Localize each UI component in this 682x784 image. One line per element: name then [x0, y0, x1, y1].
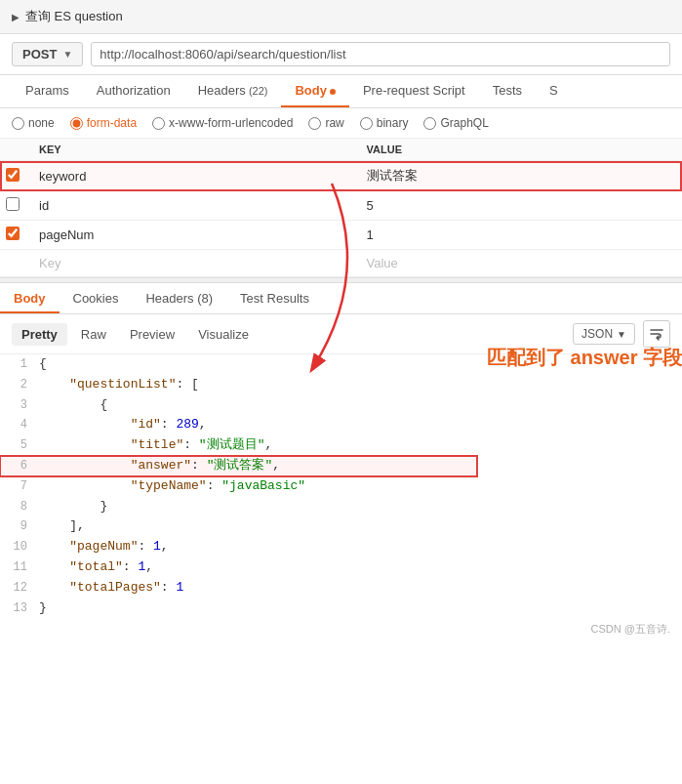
view-btn-preview[interactable]: Preview [120, 323, 184, 346]
code-line: 2 "questionList": [ [0, 375, 477, 395]
table-row: keyword测试答案 [0, 161, 682, 191]
radio-form-data[interactable]: form-data [70, 116, 137, 130]
tab-pre-request-script[interactable]: Pre-request Script [349, 75, 479, 107]
footer: CSDN @五音诗. [0, 618, 682, 640]
view-btn-visualize[interactable]: Visualize [188, 323, 259, 346]
tab-headers[interactable]: Headers (22) [184, 75, 282, 107]
radio-none[interactable]: none [12, 116, 55, 130]
line-content: "totalPages": 1 [35, 578, 477, 598]
section-divider [0, 277, 682, 283]
line-number: 11 [0, 557, 35, 577]
row-value: 5 [357, 191, 682, 221]
line-content: ], [35, 516, 477, 537]
view-btn-raw[interactable]: Raw [71, 323, 116, 346]
line-content: "typeName": "javaBasic" [35, 476, 477, 497]
code-line: 4 "id": 289, [0, 415, 477, 435]
line-content: "id": 289, [35, 415, 477, 435]
line-number: 8 [0, 497, 35, 516]
tab-settings[interactable]: S [536, 75, 572, 107]
line-number: 12 [0, 578, 35, 598]
radio-raw[interactable]: raw [308, 116, 343, 130]
line-content: "total": 1, [35, 557, 477, 578]
annotation-box: 1{2 "questionList": [3 {4 "id": 289,5 "t… [0, 354, 682, 618]
row-checkbox[interactable] [6, 197, 20, 211]
body-type-radio-row: noneform-datax-www-form-urlencodedrawbin… [0, 108, 682, 139]
line-content: "pageNum": 1, [35, 537, 477, 557]
line-content: "title": "测试题目", [35, 435, 477, 456]
line-content: "answer": "测试答案", [35, 456, 477, 476]
col-check-header [0, 139, 29, 161]
row-key: id [29, 191, 357, 221]
radio-binary[interactable]: binary [360, 116, 409, 130]
request-tabs-row: ParamsAuthorizationHeaders (22)BodyPre-r… [0, 75, 682, 108]
code-line: 6 "answer": "测试答案", [0, 456, 477, 476]
line-number: 13 [0, 598, 35, 618]
code-line: 13} [0, 598, 477, 619]
code-line: 3 { [0, 395, 477, 416]
resp-tab-headers[interactable]: Headers (8) [132, 285, 226, 313]
radio-x-www-form-urlencoded[interactable]: x-www-form-urlencoded [152, 116, 293, 130]
title-bar: ▶ 查询 ES question [0, 0, 682, 34]
method-chevron-icon: ▼ [62, 49, 72, 60]
line-content: } [35, 598, 477, 619]
line-content: } [35, 497, 477, 517]
table-row: id5 [0, 191, 682, 221]
json-format-selector[interactable]: JSON▼ [573, 323, 635, 345]
form-data-table-container: KEY VALUE keyword测试答案id5pageNum1KeyValue [0, 139, 682, 277]
radio-GraphQL[interactable]: GraphQL [423, 116, 488, 130]
view-btn-pretty[interactable]: Pretty [12, 323, 67, 346]
line-number: 2 [0, 375, 35, 394]
line-number: 6 [0, 456, 35, 475]
code-line: 1{ [0, 354, 477, 375]
line-number: 5 [0, 435, 35, 455]
line-number: 10 [0, 537, 35, 557]
code-line: 12 "totalPages": 1 [0, 578, 477, 598]
url-input[interactable] [91, 42, 670, 66]
line-content: "questionList": [ [35, 375, 477, 395]
col-key-header: KEY [29, 139, 357, 161]
tab-authorization[interactable]: Authorization [83, 75, 184, 107]
wrap-button[interactable] [643, 320, 670, 348]
tab-body[interactable]: Body [281, 75, 349, 107]
response-tabs-row: BodyCookiesHeaders (8)Test Results [0, 285, 682, 314]
tab-params[interactable]: Params [12, 75, 83, 107]
row-checkbox[interactable] [6, 168, 20, 182]
row-key: keyword [29, 161, 357, 191]
title-arrow: ▶ [12, 12, 20, 22]
row-value: 1 [357, 221, 682, 250]
table-row: pageNum1 [0, 221, 682, 250]
line-number: 4 [0, 415, 35, 434]
method-label: POST [22, 47, 57, 62]
code-line: 9 ], [0, 516, 477, 537]
row-checkbox[interactable] [6, 227, 20, 240]
row-key: pageNum [29, 221, 357, 250]
line-content: { [35, 354, 477, 375]
code-with-arrow: 1{2 "questionList": [3 {4 "id": 289,5 "t… [0, 354, 477, 618]
line-number: 7 [0, 476, 35, 496]
form-data-table: KEY VALUE keyword测试答案id5pageNum1KeyValue [0, 139, 682, 277]
code-line: 10 "pageNum": 1, [0, 537, 477, 557]
resp-tab-body[interactable]: Body [0, 285, 60, 313]
code-line: 5 "title": "测试题目", [0, 435, 477, 456]
method-selector[interactable]: POST ▼ [12, 42, 83, 66]
col-value-header: VALUE [357, 139, 682, 161]
code-line: 11 "total": 1, [0, 557, 477, 578]
table-row: KeyValue [0, 250, 682, 277]
annotation-text: 匹配到了 answer 字段 [487, 345, 682, 371]
row-key: Key [29, 250, 357, 277]
line-content: { [35, 395, 477, 416]
row-value: Value [357, 250, 682, 277]
tab-tests[interactable]: Tests [479, 75, 536, 107]
line-number: 9 [0, 516, 35, 536]
json-format-label: JSON [582, 327, 613, 341]
code-area: 1{2 "questionList": [3 {4 "id": 289,5 "t… [0, 354, 477, 618]
row-value: 测试答案 [357, 161, 682, 191]
code-line: 7 "typeName": "javaBasic" [0, 476, 477, 497]
page-title: 查询 ES question [25, 8, 123, 25]
line-number: 3 [0, 395, 35, 415]
resp-tab-test-results[interactable]: Test Results [226, 285, 323, 313]
code-line: 8 } [0, 497, 477, 517]
resp-tab-cookies[interactable]: Cookies [60, 285, 133, 313]
line-number: 1 [0, 354, 35, 374]
json-format-chevron-icon: ▼ [617, 329, 626, 340]
